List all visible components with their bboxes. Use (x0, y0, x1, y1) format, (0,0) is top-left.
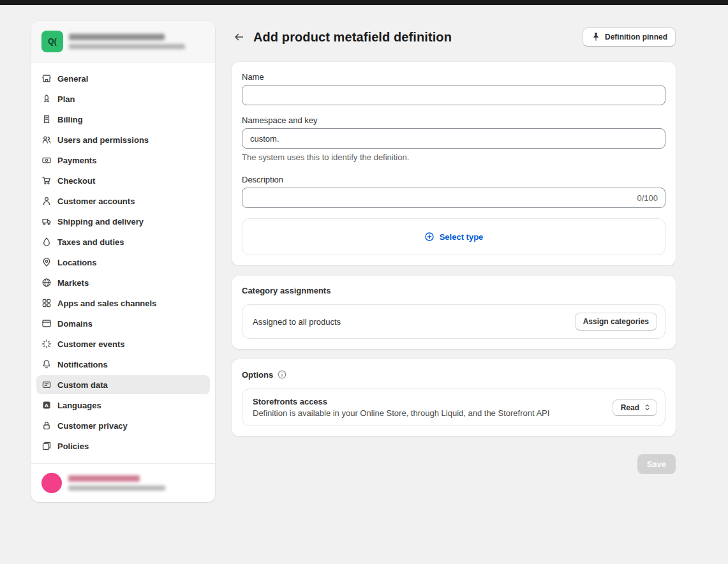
plan-icon (41, 94, 52, 104)
storefronts-access-info: Storefronts access Definition is availab… (253, 397, 549, 418)
namespace-help-text: The system uses this to identify the def… (242, 152, 665, 162)
sidebar-item-domains[interactable]: Domains (36, 314, 210, 333)
sidebar-item-customer-privacy[interactable]: Customer privacy (36, 416, 210, 435)
name-input[interactable] (242, 85, 665, 105)
apps-grid-icon (41, 298, 52, 308)
sidebar-item-customer-events[interactable]: Customer events (36, 334, 210, 353)
payments-icon (41, 155, 52, 165)
person-icon (41, 196, 52, 206)
save-row: Save (232, 454, 676, 474)
user-name-redacted (68, 475, 140, 482)
cart-icon (41, 175, 52, 186)
sidebar-item-billing[interactable]: Billing (36, 110, 210, 129)
description-label: Description (242, 175, 665, 184)
sidebar-item-taxes-duties[interactable]: Taxes and duties (36, 232, 210, 251)
browser-icon (41, 318, 52, 329)
storefront-access-select[interactable]: Read (613, 399, 657, 416)
sidebar-item-payments[interactable]: Payments (36, 151, 210, 170)
receipt-icon (41, 114, 52, 124)
name-label: Name (242, 72, 665, 82)
character-counter: 0/100 (637, 193, 658, 203)
sidebar-item-label: Customer privacy (57, 421, 128, 431)
sidebar-item-shipping-delivery[interactable]: Shipping and delivery (36, 212, 210, 231)
storefronts-access-box: Storefronts access Definition is availab… (242, 389, 665, 426)
storefront-access-value: Read (621, 403, 639, 412)
sidebar-item-users-permissions[interactable]: Users and permissions (36, 130, 210, 149)
sidebar-item-label: Plan (57, 94, 75, 104)
sidebar-item-label: Shipping and delivery (57, 217, 144, 226)
sidebar-item-languages[interactable]: A Languages (36, 396, 210, 415)
user-email-redacted (68, 486, 165, 491)
user-footer[interactable] (31, 463, 215, 502)
location-pin-icon (41, 257, 52, 267)
category-assignments-box: Assigned to all products Assign categori… (242, 304, 665, 339)
bell-icon (41, 359, 52, 369)
sidebar-item-label: Policies (57, 442, 89, 451)
namespace-key-input[interactable] (242, 128, 665, 149)
sidebar-item-label: Notifications (57, 360, 108, 369)
storefronts-access-description: Definition is available in your Online S… (253, 408, 549, 418)
sidebar-item-label: Custom data (57, 380, 108, 390)
globe-icon (41, 278, 52, 288)
main-content: Add product metafield definition Definit… (232, 21, 676, 474)
store-name-redacted (69, 34, 165, 40)
settings-sidebar: Q( General Plan Billing Users and permis (31, 21, 215, 502)
translate-icon: A (41, 400, 52, 410)
select-type-label: Select type (440, 232, 484, 242)
back-button[interactable] (232, 31, 244, 43)
options-title-row: Options (242, 369, 665, 380)
sidebar-item-label: Markets (57, 278, 89, 288)
definition-pinned-button[interactable]: Definition pinned (583, 27, 676, 47)
sidebar-item-markets[interactable]: Markets (36, 273, 210, 292)
options-title: Options (242, 370, 273, 380)
sidebar-item-plan[interactable]: Plan (36, 89, 210, 108)
name-field: Name (242, 72, 665, 105)
sidebar-item-customer-accounts[interactable]: Customer accounts (36, 191, 210, 211)
pin-icon (591, 32, 601, 42)
admin-top-strip (0, 0, 728, 5)
settings-layout: Q( General Plan Billing Users and permis (0, 5, 728, 502)
lock-icon (41, 420, 52, 431)
sidebar-item-policies[interactable]: Policies (36, 436, 210, 456)
sidebar-item-label: Languages (57, 401, 101, 410)
category-assignments-card: Category assignments Assigned to all pro… (232, 276, 676, 349)
definition-pinned-label: Definition pinned (605, 33, 667, 41)
sidebar-item-custom-data[interactable]: Custom data (36, 375, 210, 394)
plus-circle-icon (424, 232, 435, 242)
sidebar-item-label: General (57, 74, 88, 84)
sidebar-item-notifications[interactable]: Notifications (36, 355, 210, 374)
category-assignments-title: Category assignments (242, 286, 665, 295)
sidebar-item-label: Customer accounts (57, 197, 135, 206)
sidebar-item-label: Domains (57, 319, 93, 329)
category-status-text: Assigned to all products (253, 317, 341, 327)
up-down-chevron-icon (643, 403, 651, 412)
sidebar-item-label: Customer events (57, 339, 124, 349)
user-avatar (41, 473, 62, 493)
settings-nav: General Plan Billing Users and permissio… (31, 63, 215, 463)
page-header: Add product metafield definition Definit… (232, 27, 676, 47)
description-input[interactable] (242, 188, 665, 208)
truck-icon (41, 216, 52, 226)
documents-icon (41, 441, 52, 451)
namespace-field: Namespace and key The system uses this t… (242, 115, 665, 162)
store-domain-redacted (69, 44, 185, 49)
store-identity (69, 34, 185, 49)
store-header[interactable]: Q( (31, 21, 215, 63)
definition-card: Name Namespace and key The system uses t… (232, 62, 676, 265)
sidebar-item-label: Users and permissions (57, 135, 149, 145)
sidebar-item-general[interactable]: General (36, 69, 210, 88)
sidebar-item-apps-sales-channels[interactable]: Apps and sales channels (36, 293, 210, 313)
sidebar-item-label: Locations (57, 258, 96, 267)
store-avatar: Q( (41, 31, 63, 52)
sidebar-item-checkout[interactable]: Checkout (36, 171, 210, 190)
sidebar-item-locations[interactable]: Locations (36, 253, 210, 272)
user-identity (68, 475, 165, 491)
info-icon (277, 369, 287, 380)
sidebar-item-label: Apps and sales channels (57, 299, 156, 308)
save-button[interactable]: Save (637, 454, 676, 474)
sidebar-item-label: Taxes and duties (57, 237, 124, 247)
back-arrow-icon (233, 32, 243, 42)
assign-categories-button[interactable]: Assign categories (575, 313, 657, 330)
namespace-label: Namespace and key (242, 115, 665, 125)
select-type-button[interactable]: Select type (242, 218, 665, 255)
